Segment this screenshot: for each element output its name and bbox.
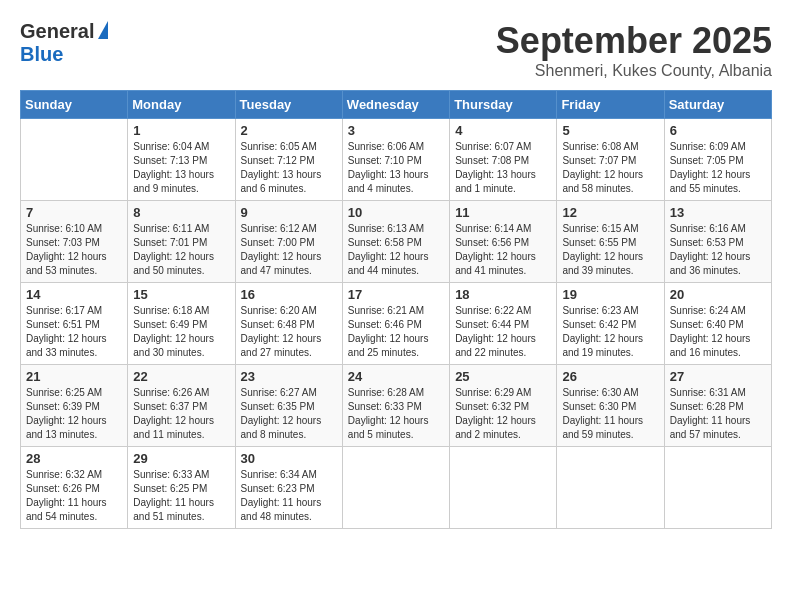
- day-number: 13: [670, 205, 766, 220]
- day-number: 27: [670, 369, 766, 384]
- calendar-cell: [450, 447, 557, 529]
- day-info: Sunrise: 6:23 AM Sunset: 6:42 PM Dayligh…: [562, 304, 658, 360]
- day-info: Sunrise: 6:34 AM Sunset: 6:23 PM Dayligh…: [241, 468, 337, 524]
- calendar-cell: [342, 447, 449, 529]
- day-info: Sunrise: 6:25 AM Sunset: 6:39 PM Dayligh…: [26, 386, 122, 442]
- calendar-cell: 4Sunrise: 6:07 AM Sunset: 7:08 PM Daylig…: [450, 119, 557, 201]
- calendar-cell: 26Sunrise: 6:30 AM Sunset: 6:30 PM Dayli…: [557, 365, 664, 447]
- day-number: 15: [133, 287, 229, 302]
- day-number: 17: [348, 287, 444, 302]
- day-info: Sunrise: 6:07 AM Sunset: 7:08 PM Dayligh…: [455, 140, 551, 196]
- calendar-cell: 27Sunrise: 6:31 AM Sunset: 6:28 PM Dayli…: [664, 365, 771, 447]
- calendar-cell: 3Sunrise: 6:06 AM Sunset: 7:10 PM Daylig…: [342, 119, 449, 201]
- calendar-cell: 8Sunrise: 6:11 AM Sunset: 7:01 PM Daylig…: [128, 201, 235, 283]
- day-number: 22: [133, 369, 229, 384]
- day-number: 23: [241, 369, 337, 384]
- calendar-week-row: 1Sunrise: 6:04 AM Sunset: 7:13 PM Daylig…: [21, 119, 772, 201]
- day-number: 19: [562, 287, 658, 302]
- day-number: 6: [670, 123, 766, 138]
- calendar-cell: [664, 447, 771, 529]
- day-info: Sunrise: 6:12 AM Sunset: 7:00 PM Dayligh…: [241, 222, 337, 278]
- weekday-header-monday: Monday: [128, 91, 235, 119]
- day-info: Sunrise: 6:30 AM Sunset: 6:30 PM Dayligh…: [562, 386, 658, 442]
- logo-general: General: [20, 20, 94, 43]
- day-info: Sunrise: 6:20 AM Sunset: 6:48 PM Dayligh…: [241, 304, 337, 360]
- calendar-cell: 5Sunrise: 6:08 AM Sunset: 7:07 PM Daylig…: [557, 119, 664, 201]
- day-number: 2: [241, 123, 337, 138]
- calendar-cell: 14Sunrise: 6:17 AM Sunset: 6:51 PM Dayli…: [21, 283, 128, 365]
- day-number: 20: [670, 287, 766, 302]
- calendar-cell: 28Sunrise: 6:32 AM Sunset: 6:26 PM Dayli…: [21, 447, 128, 529]
- day-info: Sunrise: 6:10 AM Sunset: 7:03 PM Dayligh…: [26, 222, 122, 278]
- day-number: 7: [26, 205, 122, 220]
- weekday-header-row: SundayMondayTuesdayWednesdayThursdayFrid…: [21, 91, 772, 119]
- day-info: Sunrise: 6:29 AM Sunset: 6:32 PM Dayligh…: [455, 386, 551, 442]
- day-number: 10: [348, 205, 444, 220]
- calendar-cell: 19Sunrise: 6:23 AM Sunset: 6:42 PM Dayli…: [557, 283, 664, 365]
- calendar-cell: 1Sunrise: 6:04 AM Sunset: 7:13 PM Daylig…: [128, 119, 235, 201]
- day-number: 3: [348, 123, 444, 138]
- calendar-cell: 15Sunrise: 6:18 AM Sunset: 6:49 PM Dayli…: [128, 283, 235, 365]
- day-info: Sunrise: 6:28 AM Sunset: 6:33 PM Dayligh…: [348, 386, 444, 442]
- day-info: Sunrise: 6:18 AM Sunset: 6:49 PM Dayligh…: [133, 304, 229, 360]
- day-info: Sunrise: 6:08 AM Sunset: 7:07 PM Dayligh…: [562, 140, 658, 196]
- calendar-cell: 17Sunrise: 6:21 AM Sunset: 6:46 PM Dayli…: [342, 283, 449, 365]
- day-number: 5: [562, 123, 658, 138]
- calendar-cell: 9Sunrise: 6:12 AM Sunset: 7:00 PM Daylig…: [235, 201, 342, 283]
- day-number: 9: [241, 205, 337, 220]
- day-info: Sunrise: 6:22 AM Sunset: 6:44 PM Dayligh…: [455, 304, 551, 360]
- day-number: 30: [241, 451, 337, 466]
- calendar-week-row: 7Sunrise: 6:10 AM Sunset: 7:03 PM Daylig…: [21, 201, 772, 283]
- day-info: Sunrise: 6:05 AM Sunset: 7:12 PM Dayligh…: [241, 140, 337, 196]
- calendar-cell: 12Sunrise: 6:15 AM Sunset: 6:55 PM Dayli…: [557, 201, 664, 283]
- weekday-header-wednesday: Wednesday: [342, 91, 449, 119]
- day-number: 28: [26, 451, 122, 466]
- day-number: 1: [133, 123, 229, 138]
- calendar-cell: 25Sunrise: 6:29 AM Sunset: 6:32 PM Dayli…: [450, 365, 557, 447]
- day-number: 18: [455, 287, 551, 302]
- day-info: Sunrise: 6:11 AM Sunset: 7:01 PM Dayligh…: [133, 222, 229, 278]
- day-number: 4: [455, 123, 551, 138]
- calendar-cell: 16Sunrise: 6:20 AM Sunset: 6:48 PM Dayli…: [235, 283, 342, 365]
- page-header: General Blue September 2025 Shenmeri, Ku…: [20, 20, 772, 80]
- calendar-table: SundayMondayTuesdayWednesdayThursdayFrid…: [20, 90, 772, 529]
- day-number: 12: [562, 205, 658, 220]
- calendar-cell: 20Sunrise: 6:24 AM Sunset: 6:40 PM Dayli…: [664, 283, 771, 365]
- title-area: September 2025 Shenmeri, Kukes County, A…: [496, 20, 772, 80]
- calendar-cell: 6Sunrise: 6:09 AM Sunset: 7:05 PM Daylig…: [664, 119, 771, 201]
- calendar-cell: [557, 447, 664, 529]
- day-number: 24: [348, 369, 444, 384]
- calendar-cell: 21Sunrise: 6:25 AM Sunset: 6:39 PM Dayli…: [21, 365, 128, 447]
- month-title: September 2025: [496, 20, 772, 62]
- weekday-header-thursday: Thursday: [450, 91, 557, 119]
- calendar-cell: 7Sunrise: 6:10 AM Sunset: 7:03 PM Daylig…: [21, 201, 128, 283]
- day-info: Sunrise: 6:21 AM Sunset: 6:46 PM Dayligh…: [348, 304, 444, 360]
- day-info: Sunrise: 6:33 AM Sunset: 6:25 PM Dayligh…: [133, 468, 229, 524]
- day-info: Sunrise: 6:04 AM Sunset: 7:13 PM Dayligh…: [133, 140, 229, 196]
- calendar-cell: 2Sunrise: 6:05 AM Sunset: 7:12 PM Daylig…: [235, 119, 342, 201]
- day-info: Sunrise: 6:24 AM Sunset: 6:40 PM Dayligh…: [670, 304, 766, 360]
- calendar-week-row: 14Sunrise: 6:17 AM Sunset: 6:51 PM Dayli…: [21, 283, 772, 365]
- weekday-header-saturday: Saturday: [664, 91, 771, 119]
- day-number: 29: [133, 451, 229, 466]
- day-number: 21: [26, 369, 122, 384]
- day-number: 26: [562, 369, 658, 384]
- logo: General Blue: [20, 20, 108, 66]
- calendar-cell: 29Sunrise: 6:33 AM Sunset: 6:25 PM Dayli…: [128, 447, 235, 529]
- day-number: 16: [241, 287, 337, 302]
- weekday-header-sunday: Sunday: [21, 91, 128, 119]
- day-info: Sunrise: 6:17 AM Sunset: 6:51 PM Dayligh…: [26, 304, 122, 360]
- day-number: 14: [26, 287, 122, 302]
- calendar-week-row: 28Sunrise: 6:32 AM Sunset: 6:26 PM Dayli…: [21, 447, 772, 529]
- calendar-cell: 30Sunrise: 6:34 AM Sunset: 6:23 PM Dayli…: [235, 447, 342, 529]
- day-info: Sunrise: 6:31 AM Sunset: 6:28 PM Dayligh…: [670, 386, 766, 442]
- day-info: Sunrise: 6:15 AM Sunset: 6:55 PM Dayligh…: [562, 222, 658, 278]
- calendar-cell: 24Sunrise: 6:28 AM Sunset: 6:33 PM Dayli…: [342, 365, 449, 447]
- logo-triangle-icon: [98, 21, 108, 39]
- calendar-cell: 22Sunrise: 6:26 AM Sunset: 6:37 PM Dayli…: [128, 365, 235, 447]
- location-title: Shenmeri, Kukes County, Albania: [496, 62, 772, 80]
- day-number: 11: [455, 205, 551, 220]
- day-number: 25: [455, 369, 551, 384]
- weekday-header-tuesday: Tuesday: [235, 91, 342, 119]
- day-info: Sunrise: 6:14 AM Sunset: 6:56 PM Dayligh…: [455, 222, 551, 278]
